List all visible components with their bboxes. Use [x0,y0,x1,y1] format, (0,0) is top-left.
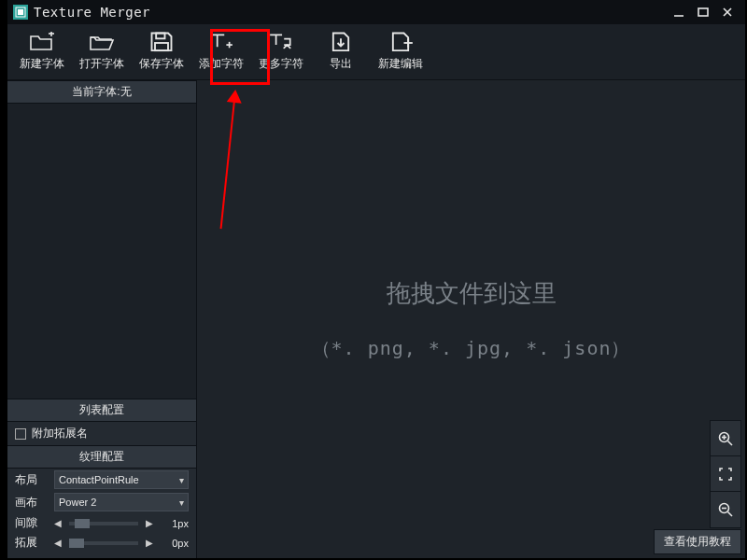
layout-value: ContactPointRule [59,474,139,485]
new-font-label: 新建字体 [20,56,64,72]
drop-hint-title: 拖拽文件到这里 [387,277,557,310]
add-char-label: 添加字符 [199,56,244,72]
canvas-value: Power 2 [59,497,96,508]
new-edit-label: 新建编辑 [378,56,423,72]
extend-label: 拓展 [15,535,47,551]
minimize-button[interactable] [667,3,691,21]
gap-row: 间隙 ◀ ▶ 1px [7,513,196,533]
font-list-empty [7,104,196,399]
sidebar: 当前字体:无 列表配置 附加拓展名 纹理配置 布局 ContactPointRu… [7,80,197,558]
layout-row: 布局 ContactPointRule ▾ [7,469,196,491]
canvas-tools [710,420,741,528]
export-label: 导出 [330,56,352,72]
canvas-row: 画布 Power 2 ▾ [7,491,196,513]
current-font-header: 当前字体:无 [7,80,196,104]
extend-decrease-button[interactable]: ◀ [52,538,63,548]
export-button[interactable]: 导出 [312,26,370,78]
fit-screen-button[interactable] [711,456,740,492]
extend-row: 拓展 ◀ ▶ 0px [7,533,196,558]
folder-open-icon [89,32,115,52]
drop-hint-formats: （*. png, *. jpg, *. json） [312,336,631,361]
window-title: Texture Merger [34,5,150,20]
folder-new-icon [29,32,55,52]
append-ext-checkbox[interactable] [15,428,26,440]
title-bar: Texture Merger [7,0,745,24]
layout-label: 布局 [15,472,47,488]
gap-decrease-button[interactable]: ◀ [52,518,63,528]
open-font-label: 打开字体 [79,56,124,72]
app-window: Texture Merger 新建字体 打开字体 保存字体 [7,0,745,558]
file-new-icon [388,32,414,52]
add-char-button[interactable]: 添加字符 [192,26,250,78]
gap-slider[interactable] [69,522,138,525]
tutorial-button[interactable]: 查看使用教程 [654,529,741,554]
zoom-out-button[interactable] [711,492,740,527]
save-icon [148,32,175,52]
text-more-icon [268,32,294,52]
extend-value: 0px [161,538,189,549]
append-ext-label: 附加拓展名 [32,426,88,441]
append-ext-row: 附加拓展名 [7,422,196,445]
toolbar: 新建字体 打开字体 保存字体 添加字符 更多字符 [7,24,745,80]
maximize-button[interactable] [691,3,715,21]
save-font-label: 保存字体 [139,56,184,72]
app-icon [13,5,28,20]
new-font-button[interactable]: 新建字体 [13,26,71,78]
svg-line-19 [728,512,733,517]
gap-value: 1px [161,518,189,529]
extend-slider[interactable] [69,541,138,545]
svg-rect-3 [698,8,708,16]
layout-select[interactable]: ContactPointRule ▾ [54,470,189,489]
new-edit-button[interactable]: 新建编辑 [372,26,430,78]
svg-rect-9 [155,43,168,50]
svg-line-15 [728,441,733,445]
more-char-button[interactable]: 更多字符 [252,26,310,78]
close-button[interactable] [715,3,740,21]
canvas-area[interactable]: 拖拽文件到这里 （*. png, *. jpg, *. json） 查看使用教程 [197,80,745,558]
svg-rect-8 [156,34,164,39]
chevron-down-icon: ▾ [179,497,184,508]
chevron-down-icon: ▾ [179,475,184,485]
canvas-select[interactable]: Power 2 ▾ [54,493,189,511]
list-config-header: 列表配置 [7,399,196,422]
canvas-label: 画布 [15,495,47,511]
open-font-button[interactable]: 打开字体 [73,26,131,78]
gap-label: 间隙 [15,515,47,531]
body: 当前字体:无 列表配置 附加拓展名 纹理配置 布局 ContactPointRu… [7,80,745,558]
window-controls [667,3,740,21]
svg-rect-1 [18,9,23,15]
gap-increase-button[interactable]: ▶ [144,518,155,528]
export-icon [328,32,354,52]
texture-config-header: 纹理配置 [7,445,196,469]
more-char-label: 更多字符 [259,56,303,72]
save-font-button[interactable]: 保存字体 [133,26,190,78]
text-add-icon [208,32,234,52]
extend-increase-button[interactable]: ▶ [144,538,155,548]
zoom-in-button[interactable] [711,421,740,456]
